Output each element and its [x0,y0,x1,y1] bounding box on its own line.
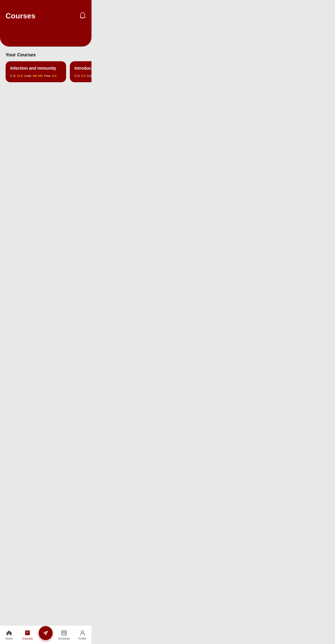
course-card-2-meta: C.H 5.0 Code [74,74,91,78]
fees-value-1: 0.0 [52,74,56,78]
code-label-2: Code [87,74,91,78]
notification-button[interactable] [78,12,86,20]
ch-label-1: C.H [10,74,15,78]
main-content: Courses Your Courses Infection and immun… [0,0,91,103]
fees-label-1: Fees [44,74,51,78]
courses-scroll-row: Infection and immunity C.H 12.5 Code INI… [0,61,91,82]
ch-value-1: 12.5 [17,74,22,78]
header-section: Courses [0,0,91,46]
code-value-1: INI-105 [33,74,43,78]
course-card-2-title: Introduction to Pa [74,66,91,71]
bell-icon [78,12,86,19]
page-title: Courses [5,12,35,20]
ch-label-2: C.H [74,74,80,78]
your-courses-heading: Your Courses [5,52,86,58]
course-card-2[interactable]: Introduction to Pa C.H 5.0 Code [70,61,91,82]
course-card-1-title: Infection and immunity [10,66,61,71]
ch-value-2: 5.0 [81,74,85,78]
code-label-1: Code [24,74,31,78]
course-card-1[interactable]: Infection and immunity C.H 12.5 Code INI… [5,61,66,82]
course-card-1-meta: C.H 12.5 Code INI-105 Fees 0.0 [10,74,61,78]
